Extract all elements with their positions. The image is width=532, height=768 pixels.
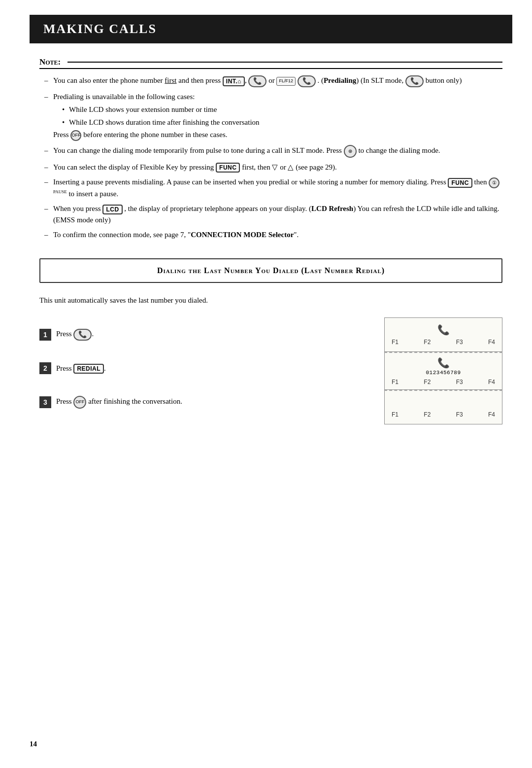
steps-and-panels: 1 Press 📞. 2 Press REDIAL. 3 Press OFF a… xyxy=(39,317,502,424)
note-item-7: To confirm the connection mode, see page… xyxy=(44,229,502,241)
panels-column: 📞 F1 F2 F3 F4 📞 0123456789 F1 F2 F3 F4 F… xyxy=(384,317,502,424)
pause-1-button: ① xyxy=(489,177,499,188)
note-item-5: Inserting a pause prevents misdialing. A… xyxy=(44,176,502,199)
step-1-text: Press 📞. xyxy=(56,328,94,341)
int-m-button: INT.⌂ xyxy=(223,76,245,86)
tone-button: ⊛ xyxy=(344,145,357,158)
description-text: This unit automatically saves the last n… xyxy=(39,295,502,306)
note-item-2: Predialing is unavailable in the followi… xyxy=(44,91,502,141)
func-button-1: FUNC xyxy=(216,163,240,173)
func-button-2: FUNC xyxy=(448,178,472,188)
handset-button-3: 📞 xyxy=(405,75,424,87)
step3-off-button: OFF xyxy=(73,396,86,409)
handset-button-1: 📞 xyxy=(248,75,266,87)
note-item-4: You can select the display of Flexible K… xyxy=(44,162,502,173)
note-section: Note: You can also enter the phone numbe… xyxy=(39,57,502,241)
panel3-fkeys: F1 F2 F3 F4 xyxy=(392,411,495,418)
sub-list: While LCD shows your extension number or… xyxy=(53,104,502,128)
step-3-text: Press OFF after finishing the conversati… xyxy=(56,396,182,409)
panel2-icon: 📞 xyxy=(392,357,495,369)
step-1: 1 Press 📞. xyxy=(39,317,369,351)
lcd-panel-3: F1 F2 F3 F4 xyxy=(384,390,502,424)
note-label: Note: xyxy=(39,57,502,69)
note-list: You can also enter the phone number firs… xyxy=(39,75,502,241)
sub-item-1: While LCD shows your extension number or… xyxy=(62,104,502,115)
dialing-section: Dialing the Last Number You Dialed (Last… xyxy=(39,258,502,283)
handset-button-2: 📞 xyxy=(298,75,316,87)
page-number: 14 xyxy=(30,740,37,748)
panel2-fkeys: F1 F2 F3 F4 xyxy=(392,379,495,385)
step-number-3: 3 xyxy=(39,396,51,408)
step-2-text: Press REDIAL. xyxy=(56,363,106,374)
step1-handset-button: 📞 xyxy=(73,329,92,341)
page-title: Making Calls xyxy=(43,22,499,36)
step-number-1: 1 xyxy=(39,329,51,341)
panel1-icon: 📞 xyxy=(392,324,495,336)
dialing-title: Dialing the Last Number You Dialed (Last… xyxy=(51,266,491,275)
lcd-panel-1: 📞 F1 F2 F3 F4 xyxy=(384,317,502,352)
panel1-fkeys: F1 F2 F3 F4 xyxy=(392,339,495,346)
panel2-number: 0123456789 xyxy=(392,370,495,376)
redial-button: REDIAL xyxy=(73,364,104,374)
step-3: 3 Press OFF after finishing the conversa… xyxy=(39,385,369,419)
page-header: Making Calls xyxy=(30,15,512,43)
off-btn-note: OFF xyxy=(70,130,81,141)
sub-item-2: While LCD shows duration time after fini… xyxy=(62,117,502,128)
lcd-panel-2: 📞 0123456789 F1 F2 F3 F4 xyxy=(384,352,502,390)
step-number-2: 2 xyxy=(39,362,51,374)
note-item-1: You can also enter the phone number firs… xyxy=(44,75,502,87)
panel3-icon xyxy=(392,397,495,408)
note-item-3: You can change the dialing mode temporar… xyxy=(44,145,502,158)
step-2: 2 Press REDIAL. xyxy=(39,351,369,385)
steps-column: 1 Press 📞. 2 Press REDIAL. 3 Press OFF a… xyxy=(39,317,369,419)
lcd-button: LCD xyxy=(102,205,122,214)
note-item-6: When you press LCD , the display of prop… xyxy=(44,203,502,225)
flf12-button: FL/F12 xyxy=(276,77,296,86)
